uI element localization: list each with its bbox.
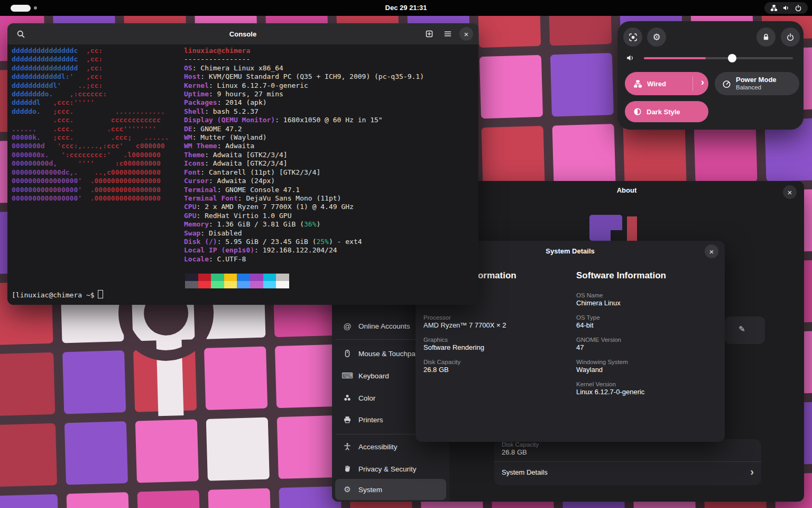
at-icon: @ xyxy=(343,321,352,331)
term-line: Display (QEMU Monitor): 1680x1050 @ 60 H… xyxy=(184,116,424,124)
sidebar-item-label: Online Accounts xyxy=(358,322,410,330)
term-line: 0000000000000000' .0000000000000000 xyxy=(12,186,169,194)
term-line: 0000000x. ':cccccccc:' .l0000000 xyxy=(12,151,169,159)
palette-swatch xyxy=(250,274,263,281)
power-mode-value: Balanced xyxy=(736,84,777,92)
edit-pencil-icon[interactable]: ✎ xyxy=(739,324,745,334)
term-line: WM: Mutter (Wayland) xyxy=(184,133,424,142)
field-value: 47 xyxy=(576,343,621,352)
disk-capacity-label: Disk Capacity xyxy=(502,441,539,448)
term-line: Kernel: Linux 6.12.7-0-generic xyxy=(184,81,424,90)
palette-swatch xyxy=(237,281,250,288)
pill-divider xyxy=(693,76,693,91)
field-value: 26.8 GB xyxy=(423,366,460,374)
info-field: OS Type64-bit xyxy=(576,314,600,330)
tray-volume-icon xyxy=(782,4,790,12)
hand-icon xyxy=(343,464,352,474)
software-heading: Software Information xyxy=(576,270,666,281)
term-line: .ccc. cccccccccccc xyxy=(12,116,169,124)
term-line: Cursor: Adwaita (24px) xyxy=(184,177,424,185)
term-line: 000000000000dc,. ..,c000000000000 xyxy=(12,168,169,177)
field-label: OS Type xyxy=(576,314,600,321)
disk-capacity-field: Disk Capacity 26.8 GB xyxy=(502,441,539,457)
info-field: OS NameChimera Linux xyxy=(576,292,621,307)
power-mode-label: Power Mode xyxy=(736,76,777,84)
terminal-color-palette xyxy=(185,274,289,288)
term-line: Host: KVM/QEMU Standard PC (Q35 + ICH9, … xyxy=(184,72,424,81)
field-value: Wayland xyxy=(576,366,628,374)
sidebar-item-label: Keyboard xyxy=(358,372,389,380)
menu-icon[interactable] xyxy=(441,27,455,41)
volume-icon xyxy=(626,53,635,62)
wired-label: Wired xyxy=(647,80,666,88)
dark-style-toggle[interactable]: Dark Style xyxy=(625,101,708,122)
about-bottom-card: Disk Capacity 26.8 GB System Details › xyxy=(494,439,761,485)
wired-expand-chevron[interactable]: › xyxy=(701,76,704,88)
sidebar-item-system[interactable]: ⚙System xyxy=(335,479,446,500)
wired-toggle[interactable]: Wired › xyxy=(625,72,708,95)
screenshot-icon xyxy=(629,33,638,42)
screenshot-button[interactable] xyxy=(623,28,642,47)
clock[interactable]: Dec 29 21:31 xyxy=(0,4,812,12)
volume-slider-knob[interactable] xyxy=(728,54,736,62)
term-line: Swap: Disabled xyxy=(184,229,424,238)
sidebar-item-label: System xyxy=(358,486,382,494)
dark-style-label: Dark Style xyxy=(647,108,680,116)
palette-swatch xyxy=(185,274,198,281)
network-wired-icon xyxy=(633,79,642,88)
term-line: Icons: Adwaita [GTK2/3/4] xyxy=(184,159,424,168)
sidebar-item-label: Accessibility xyxy=(358,443,398,451)
term-line: Uptime: 9 hours, 27 mins xyxy=(184,90,424,98)
dialog-close-button[interactable]: × xyxy=(705,244,718,258)
power-mode-toggle[interactable]: Power Mode Balanced xyxy=(715,72,799,95)
palette-swatch xyxy=(263,274,276,281)
new-tab-icon[interactable] xyxy=(422,27,436,41)
settings-close-button[interactable]: × xyxy=(783,185,797,199)
info-field: GNOME Version47 xyxy=(576,337,621,352)
term-line: 00000k. ;ccc. .ccc; ...... xyxy=(12,133,169,142)
card-divider xyxy=(494,461,761,462)
info-field: Kernel VersionLinux 6.12.7-0-generic xyxy=(576,381,644,396)
sidebar-item-label: Mouse & Touchpad xyxy=(358,350,419,358)
field-value: AMD Ryzen™ 7 7700X × 2 xyxy=(423,321,506,330)
term-line: Theme: Adwaita [GTK2/3/4] xyxy=(184,151,424,159)
shell-prompt: [linuxiac@chimera ~$ xyxy=(12,290,103,300)
quick-settings-panel: ⚙ xyxy=(617,21,804,130)
field-label: GNOME Version xyxy=(576,337,621,343)
system-tray[interactable] xyxy=(764,2,808,14)
sidebar-item-privacy-security[interactable]: Privacy & Security xyxy=(335,458,446,479)
field-value: Linux 6.12.7-0-generic xyxy=(576,388,644,396)
system-details-row[interactable]: System Details xyxy=(502,468,548,476)
term-line: GPU: RedHat Virtio 1.0 GPU xyxy=(184,212,424,220)
power-button[interactable] xyxy=(781,28,800,47)
settings-button[interactable]: ⚙ xyxy=(647,28,666,47)
console-close-button[interactable]: × xyxy=(459,27,473,41)
term-line: 0000000000000000' .0000000000000000 xyxy=(12,177,169,185)
lock-button[interactable] xyxy=(756,28,776,47)
term-line: 0000000000000000' .0000000000000000 xyxy=(12,194,169,203)
sidebar-item-label: Printers xyxy=(358,416,383,424)
ascii-logo: dddddddddddddddc ,cc:dddddddddddddddc ,c… xyxy=(12,47,169,203)
disk-capacity-value: 26.8 GB xyxy=(502,448,539,457)
fetch-output: linuxiac@chimera----------------OS: Chim… xyxy=(184,47,424,264)
term-line: Terminal: GNOME Console 47.1 xyxy=(184,186,424,194)
info-field: Windowing SystemWayland xyxy=(576,359,628,374)
field-value: 64-bit xyxy=(576,321,600,330)
palette-swatch xyxy=(211,281,224,288)
gear-icon: ⚙ xyxy=(343,485,352,494)
term-line: Disk (/): 5.95 GiB / 23.45 GiB (25%) - e… xyxy=(184,238,424,246)
palette-swatch xyxy=(198,274,211,281)
field-label: Windowing System xyxy=(576,359,628,366)
volume-slider[interactable] xyxy=(644,57,793,59)
console-window: Console × dddddddddddddddc ,cc:ddddddddd… xyxy=(7,23,478,305)
terminal-area[interactable]: dddddddddddddddc ,cc:dddddddddddddddc ,c… xyxy=(7,44,478,305)
printer-icon xyxy=(343,415,352,424)
palette-row xyxy=(185,274,289,281)
term-line: Shell: bash 5.2.37 xyxy=(184,107,424,116)
term-line: ...... .ccc. .ccc'''''''' xyxy=(12,125,169,133)
console-titlebar: Console × xyxy=(7,23,478,44)
info-field: ProcessorAMD Ryzen™ 7 7700X × 2 xyxy=(423,314,506,330)
palette-swatch xyxy=(276,281,289,288)
palette-swatch xyxy=(276,274,289,281)
term-line: OS: Chimera Linux x86_64 xyxy=(184,64,424,72)
